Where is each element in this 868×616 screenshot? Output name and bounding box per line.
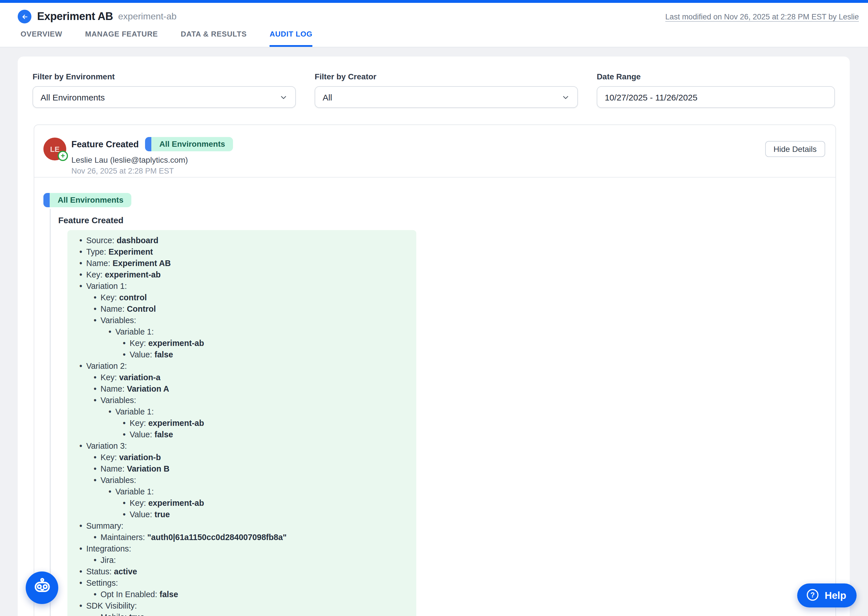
creator-filter-label: Filter by Creator [314, 72, 578, 81]
detail-line: Integrations: [68, 543, 416, 554]
back-button[interactable] [18, 10, 31, 24]
detail-line: Value: false [68, 429, 416, 440]
avatar: LE + [43, 138, 66, 160]
help-button[interactable]: ? Help [797, 583, 857, 607]
detail-line: Name: Control [68, 303, 416, 314]
entry-meta: Feature Created All Environments Leslie … [71, 137, 233, 175]
environment-badge-label: All Environments [50, 193, 131, 207]
detail-line: Key: variation-a [68, 372, 416, 383]
environment-color-chip [145, 137, 151, 151]
tab-data-results[interactable]: DATA & RESULTS [181, 30, 247, 47]
entry-author: Leslie Lau (leslie@taplytics.com) [71, 155, 233, 164]
detail-line: Variation 2: [68, 360, 416, 372]
detail-line: Variation 1: [68, 280, 416, 292]
audit-log-panel: Filter by EnvironmentAll EnvironmentsFil… [18, 57, 850, 616]
detail-line: Name: Variation B [68, 463, 416, 475]
question-mark-icon: ? [806, 588, 819, 603]
detail-line: Key: variation-b [68, 452, 416, 463]
environment-color-chip [43, 193, 50, 207]
page-subtitle: experiment-ab [118, 11, 177, 22]
indent-guide-line [50, 209, 51, 616]
assistant-button[interactable] [26, 572, 58, 604]
tab-audit-log[interactable]: AUDIT LOG [269, 30, 312, 47]
environment-filter-group: Filter by EnvironmentAll Environments [33, 72, 296, 108]
detail-line: Variable 1: [68, 486, 416, 497]
chevron-down-icon [279, 93, 288, 101]
date-range-label: Date Range [597, 72, 835, 81]
entry-action-title: Feature Created [71, 139, 139, 149]
detail-line: SDK Visibility: [68, 600, 416, 611]
detail-line: Summary: [68, 520, 416, 531]
last-modified-link[interactable]: Last modified on Nov 26, 2025 at 2:28 PM… [665, 12, 859, 21]
detail-line: Variables: [68, 394, 416, 406]
page-header: Experiment AB experiment-ab Last modifie… [0, 3, 868, 47]
detail-line: Maintainers: "auth0|61a1150cc0d284007098… [68, 531, 416, 543]
detail-line: Key: control [68, 292, 416, 303]
detail-line: Value: true [68, 509, 416, 520]
title-row: Experiment AB experiment-ab Last modifie… [0, 3, 868, 24]
detail-line: Key: experiment-ab [68, 417, 416, 429]
detail-line: Status: active [68, 566, 416, 577]
robot-icon [32, 577, 52, 598]
tab-bar: OVERVIEWMANAGE FEATUREDATA & RESULTSAUDI… [20, 30, 312, 47]
environment-badge: All Environments [145, 137, 233, 151]
tab-overview[interactable]: OVERVIEW [20, 30, 62, 47]
detail-line: Jira: [68, 554, 416, 566]
detail-line: Value: false [68, 349, 416, 360]
detail-line: Variable 1: [68, 326, 416, 338]
details-list: Source: dashboardType: ExperimentName: E… [68, 230, 416, 616]
creator-filter-group: Filter by CreatorAll [314, 72, 578, 108]
detail-line: Source: dashboard [68, 235, 416, 246]
audit-entry-card: LE + Feature Created All Environments Le… [34, 124, 836, 616]
environment-filter-select[interactable]: All Environments [33, 86, 296, 108]
environment-filter-label: Filter by Environment [33, 72, 296, 81]
environment-filter-value: All Environments [41, 92, 105, 102]
creator-filter-select[interactable]: All [314, 86, 578, 108]
chevron-down-icon [561, 93, 570, 101]
entry-header: LE + Feature Created All Environments Le… [34, 125, 835, 178]
plus-badge-icon: + [58, 151, 68, 161]
avatar-initials: LE [50, 145, 60, 153]
detail-line: Name: Experiment AB [68, 258, 416, 269]
detail-line: Key: experiment-ab [68, 497, 416, 509]
detail-line: Variables: [68, 314, 416, 326]
help-button-label: Help [825, 589, 846, 602]
details-heading: Feature Created [58, 215, 835, 225]
detail-line: Mobile: true [68, 611, 416, 616]
hide-details-button[interactable]: Hide Details [765, 141, 825, 157]
detail-line: Settings: [68, 577, 416, 589]
detail-line: Variable 1: [68, 406, 416, 417]
environment-badge: All Environments [43, 193, 131, 207]
date-range-group: Date Range10/27/2025 - 11/26/2025 [597, 72, 835, 108]
filters-row: Filter by EnvironmentAll EnvironmentsFil… [18, 57, 850, 108]
detail-line: Variables: [68, 475, 416, 486]
detail-line: Key: experiment-ab [68, 338, 416, 349]
detail-line: Key: experiment-ab [68, 269, 416, 280]
detail-line: Type: Experiment [68, 246, 416, 258]
page-title: Experiment AB [37, 10, 113, 23]
tab-manage-feature[interactable]: MANAGE FEATURE [85, 30, 158, 47]
creator-filter-value: All [322, 92, 332, 102]
entry-details: All Environments Feature Created Source:… [34, 178, 835, 616]
date-range-input[interactable]: 10/27/2025 - 11/26/2025 [597, 86, 835, 108]
arrow-left-icon [20, 12, 29, 21]
detail-line: Opt In Enabled: false [68, 589, 416, 600]
detail-line: Name: Variation A [68, 383, 416, 394]
top-accent-bar [0, 0, 868, 3]
detail-line: Variation 3: [68, 440, 416, 452]
svg-text:?: ? [810, 591, 815, 599]
entry-timestamp: Nov 26, 2025 at 2:28 PM EST [71, 167, 233, 175]
date-range-value: 10/27/2025 - 11/26/2025 [605, 92, 698, 102]
environment-badge-label: All Environments [151, 137, 233, 151]
app: Experiment AB experiment-ab Last modifie… [0, 0, 868, 616]
